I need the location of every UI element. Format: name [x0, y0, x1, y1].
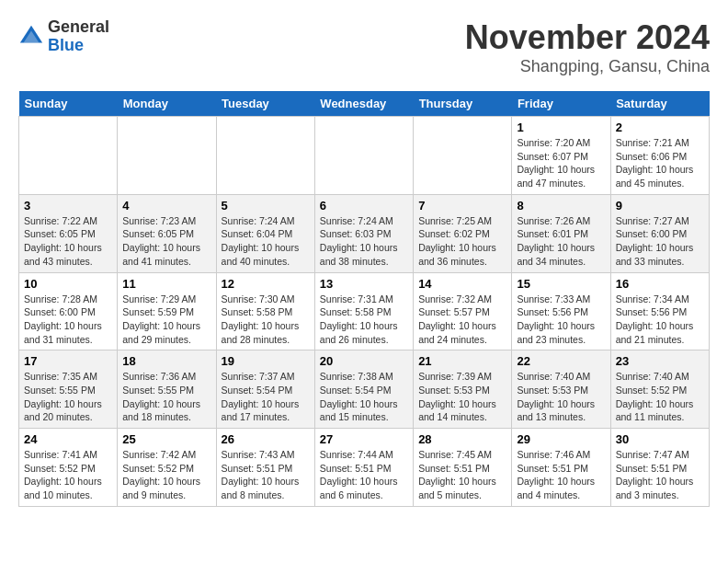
day-number: 10 — [24, 277, 112, 291]
day-number: 18 — [122, 354, 210, 368]
day-cell — [414, 117, 512, 195]
weekday-header-monday: Monday — [118, 91, 216, 117]
page-header: General Blue November 2024 Shangping, Ga… — [18, 18, 710, 76]
day-number: 9 — [616, 199, 704, 213]
day-cell: 5Sunrise: 7:24 AM Sunset: 6:04 PM Daylig… — [216, 194, 314, 272]
day-info: Sunrise: 7:30 AM Sunset: 5:58 PM Dayligh… — [222, 293, 310, 347]
day-number: 27 — [320, 432, 408, 446]
day-number: 23 — [616, 354, 704, 368]
day-info: Sunrise: 7:42 AM Sunset: 5:52 PM Dayligh… — [122, 448, 210, 502]
day-info: Sunrise: 7:20 AM Sunset: 6:07 PM Dayligh… — [517, 136, 605, 190]
day-number: 30 — [616, 432, 704, 446]
day-number: 29 — [517, 432, 605, 446]
day-info: Sunrise: 7:32 AM Sunset: 5:57 PM Dayligh… — [418, 293, 506, 347]
day-cell: 23Sunrise: 7:40 AM Sunset: 5:52 PM Dayli… — [610, 350, 709, 429]
day-info: Sunrise: 7:36 AM Sunset: 5:55 PM Dayligh… — [122, 370, 210, 424]
day-number: 3 — [24, 199, 112, 213]
day-number: 14 — [418, 277, 506, 291]
day-cell: 2Sunrise: 7:21 AM Sunset: 6:06 PM Daylig… — [610, 117, 709, 195]
day-number: 26 — [222, 432, 310, 446]
day-cell: 1Sunrise: 7:20 AM Sunset: 6:07 PM Daylig… — [512, 117, 610, 195]
weekday-header-friday: Friday — [512, 91, 610, 117]
day-info: Sunrise: 7:24 AM Sunset: 6:04 PM Dayligh… — [222, 214, 310, 269]
day-number: 28 — [418, 432, 506, 446]
day-info: Sunrise: 7:34 AM Sunset: 5:56 PM Dayligh… — [616, 293, 704, 347]
day-info: Sunrise: 7:31 AM Sunset: 5:58 PM Dayligh… — [320, 293, 408, 347]
day-number: 8 — [517, 199, 605, 213]
weekday-header-sunday: Sunday — [19, 91, 118, 117]
day-cell: 18Sunrise: 7:36 AM Sunset: 5:55 PM Dayli… — [118, 350, 216, 429]
day-number: 25 — [122, 432, 210, 446]
day-cell — [118, 117, 216, 195]
day-cell: 29Sunrise: 7:46 AM Sunset: 5:51 PM Dayli… — [512, 429, 610, 507]
day-info: Sunrise: 7:27 AM Sunset: 6:00 PM Dayligh… — [616, 214, 704, 269]
day-info: Sunrise: 7:33 AM Sunset: 5:56 PM Dayligh… — [517, 293, 605, 347]
calendar-body: 1Sunrise: 7:20 AM Sunset: 6:07 PM Daylig… — [19, 117, 710, 507]
week-row-2: 3Sunrise: 7:22 AM Sunset: 6:05 PM Daylig… — [19, 194, 710, 272]
day-number: 11 — [122, 277, 210, 291]
weekday-header-wednesday: Wednesday — [314, 91, 413, 117]
week-row-1: 1Sunrise: 7:20 AM Sunset: 6:07 PM Daylig… — [19, 117, 710, 195]
weekday-header-saturday: Saturday — [610, 91, 709, 117]
day-number: 5 — [222, 199, 310, 213]
day-cell: 7Sunrise: 7:25 AM Sunset: 6:02 PM Daylig… — [414, 194, 512, 272]
day-cell: 17Sunrise: 7:35 AM Sunset: 5:55 PM Dayli… — [19, 350, 118, 429]
weekday-header-thursday: Thursday — [414, 91, 512, 117]
day-number: 7 — [418, 199, 506, 213]
day-cell — [314, 117, 413, 195]
location: Shangping, Gansu, China — [465, 57, 710, 76]
logo-icon — [18, 24, 44, 50]
day-info: Sunrise: 7:38 AM Sunset: 5:54 PM Dayligh… — [320, 370, 408, 424]
day-cell: 15Sunrise: 7:33 AM Sunset: 5:56 PM Dayli… — [512, 272, 610, 350]
calendar-table: SundayMondayTuesdayWednesdayThursdayFrid… — [18, 91, 710, 507]
day-cell: 30Sunrise: 7:47 AM Sunset: 5:51 PM Dayli… — [610, 429, 709, 507]
day-number: 15 — [517, 277, 605, 291]
day-info: Sunrise: 7:23 AM Sunset: 6:05 PM Dayligh… — [122, 214, 210, 269]
day-cell: 3Sunrise: 7:22 AM Sunset: 6:05 PM Daylig… — [19, 194, 118, 272]
day-info: Sunrise: 7:41 AM Sunset: 5:52 PM Dayligh… — [24, 448, 112, 502]
weekday-header-tuesday: Tuesday — [216, 91, 314, 117]
day-info: Sunrise: 7:22 AM Sunset: 6:05 PM Dayligh… — [24, 214, 112, 269]
day-info: Sunrise: 7:28 AM Sunset: 6:00 PM Dayligh… — [24, 293, 112, 347]
day-cell — [216, 117, 314, 195]
day-number: 4 — [122, 199, 210, 213]
day-cell: 16Sunrise: 7:34 AM Sunset: 5:56 PM Dayli… — [610, 272, 709, 350]
day-number: 20 — [320, 354, 408, 368]
day-number: 13 — [320, 277, 408, 291]
day-info: Sunrise: 7:24 AM Sunset: 6:03 PM Dayligh… — [320, 214, 408, 269]
day-cell: 14Sunrise: 7:32 AM Sunset: 5:57 PM Dayli… — [414, 272, 512, 350]
day-info: Sunrise: 7:43 AM Sunset: 5:51 PM Dayligh… — [222, 448, 310, 502]
day-info: Sunrise: 7:47 AM Sunset: 5:51 PM Dayligh… — [616, 448, 704, 502]
day-cell: 12Sunrise: 7:30 AM Sunset: 5:58 PM Dayli… — [216, 272, 314, 350]
day-cell: 19Sunrise: 7:37 AM Sunset: 5:54 PM Dayli… — [216, 350, 314, 429]
day-info: Sunrise: 7:21 AM Sunset: 6:06 PM Dayligh… — [616, 136, 704, 190]
day-number: 1 — [517, 121, 605, 134]
day-info: Sunrise: 7:39 AM Sunset: 5:53 PM Dayligh… — [418, 370, 506, 424]
day-info: Sunrise: 7:29 AM Sunset: 5:59 PM Dayligh… — [122, 293, 210, 347]
day-cell: 27Sunrise: 7:44 AM Sunset: 5:51 PM Dayli… — [314, 429, 413, 507]
day-info: Sunrise: 7:35 AM Sunset: 5:55 PM Dayligh… — [24, 370, 112, 424]
day-number: 21 — [418, 354, 506, 368]
day-number: 19 — [222, 354, 310, 368]
calendar-header: SundayMondayTuesdayWednesdayThursdayFrid… — [19, 91, 710, 117]
day-cell: 25Sunrise: 7:42 AM Sunset: 5:52 PM Dayli… — [118, 429, 216, 507]
day-cell: 28Sunrise: 7:45 AM Sunset: 5:51 PM Dayli… — [414, 429, 512, 507]
day-cell: 22Sunrise: 7:40 AM Sunset: 5:53 PM Dayli… — [512, 350, 610, 429]
day-number: 22 — [517, 354, 605, 368]
day-number: 12 — [222, 277, 310, 291]
day-cell: 6Sunrise: 7:24 AM Sunset: 6:03 PM Daylig… — [314, 194, 413, 272]
day-info: Sunrise: 7:44 AM Sunset: 5:51 PM Dayligh… — [320, 448, 408, 502]
day-number: 17 — [24, 354, 112, 368]
day-cell — [19, 117, 118, 195]
title-block: November 2024 Shangping, Gansu, China — [465, 18, 710, 76]
logo-text: General Blue — [48, 18, 109, 55]
day-number: 16 — [616, 277, 704, 291]
day-cell: 24Sunrise: 7:41 AM Sunset: 5:52 PM Dayli… — [19, 429, 118, 507]
week-row-3: 10Sunrise: 7:28 AM Sunset: 6:00 PM Dayli… — [19, 272, 710, 350]
logo: General Blue — [18, 18, 109, 55]
week-row-4: 17Sunrise: 7:35 AM Sunset: 5:55 PM Dayli… — [19, 350, 710, 429]
day-cell: 8Sunrise: 7:26 AM Sunset: 6:01 PM Daylig… — [512, 194, 610, 272]
day-cell: 20Sunrise: 7:38 AM Sunset: 5:54 PM Dayli… — [314, 350, 413, 429]
day-cell: 21Sunrise: 7:39 AM Sunset: 5:53 PM Dayli… — [414, 350, 512, 429]
day-cell: 4Sunrise: 7:23 AM Sunset: 6:05 PM Daylig… — [118, 194, 216, 272]
